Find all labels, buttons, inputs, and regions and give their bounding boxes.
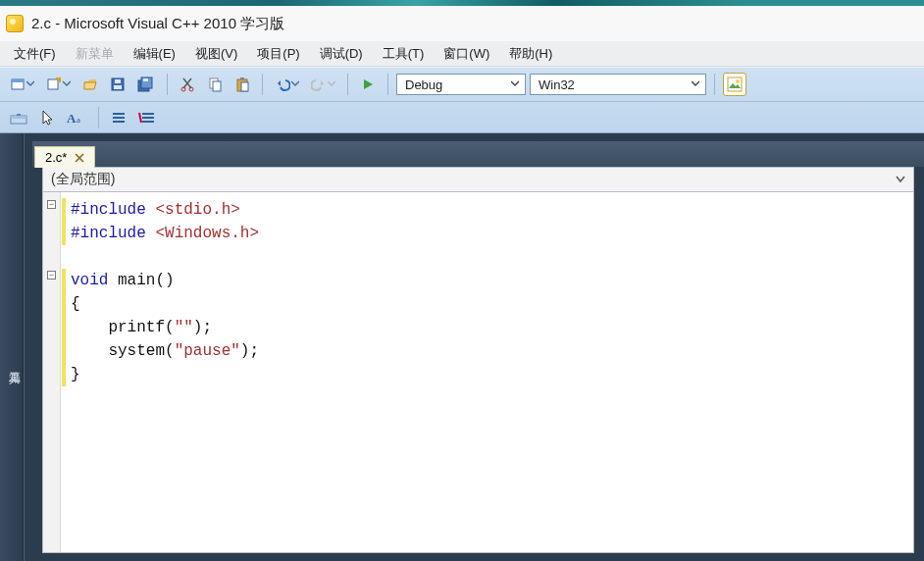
save-icon bbox=[110, 76, 126, 92]
comment-button[interactable] bbox=[107, 106, 130, 129]
copy-button[interactable] bbox=[203, 73, 227, 96]
undo-button[interactable] bbox=[271, 73, 303, 96]
cut-icon bbox=[180, 76, 195, 92]
scope-dropdown[interactable]: (全局范围) bbox=[42, 167, 914, 192]
platform-dropdown[interactable]: Win32 bbox=[530, 74, 706, 95]
code-editor[interactable]: #include <stdio.h> #include <Windows.h> … bbox=[42, 192, 914, 553]
separator bbox=[387, 74, 388, 95]
toolbox-button[interactable] bbox=[6, 106, 31, 129]
titlebar: 2.c - Microsoft Visual C++ 2010 学习版 bbox=[0, 6, 924, 41]
save-all-button[interactable] bbox=[133, 73, 159, 96]
uncomment-icon bbox=[138, 110, 156, 126]
chevron-down-icon bbox=[26, 80, 34, 88]
platform-dropdown-label: Win32 bbox=[539, 77, 575, 92]
toolbar-standard: Debug Win32 bbox=[0, 68, 924, 101]
code-token: { bbox=[71, 295, 80, 313]
svg-rect-6 bbox=[114, 85, 122, 89]
app-icon bbox=[6, 15, 24, 32]
svg-point-3 bbox=[58, 78, 60, 80]
code-token: <stdio.h> bbox=[155, 201, 239, 219]
menu-help[interactable]: 帮助(H) bbox=[499, 43, 562, 65]
workspace: 工具箱 2.c* (全局范围) #include <stdio.h> #incl… bbox=[0, 133, 924, 561]
code-token: #include bbox=[71, 225, 155, 242]
font-size-icon: Aa bbox=[67, 110, 86, 126]
svg-rect-20 bbox=[11, 116, 26, 119]
window-title: 2.c - Microsoft Visual C++ 2010 学习版 bbox=[31, 15, 284, 33]
svg-rect-15 bbox=[240, 77, 244, 80]
menu-view[interactable]: 视图(V) bbox=[185, 43, 247, 65]
open-folder-icon bbox=[82, 76, 98, 92]
code-token: void bbox=[71, 272, 108, 289]
code-token: <Windows.h> bbox=[155, 225, 259, 242]
open-button[interactable] bbox=[78, 73, 102, 96]
config-dropdown[interactable]: Debug bbox=[396, 74, 526, 95]
save-all-icon bbox=[137, 76, 155, 92]
code-token: "pause" bbox=[175, 342, 240, 360]
separator bbox=[347, 74, 348, 95]
photo-icon bbox=[727, 76, 743, 92]
code-token: #include bbox=[71, 201, 155, 219]
code-token: "" bbox=[175, 319, 193, 336]
code-token: main() bbox=[108, 272, 174, 289]
uncomment-button[interactable] bbox=[134, 106, 160, 129]
svg-rect-2 bbox=[48, 79, 58, 89]
svg-rect-16 bbox=[241, 82, 248, 91]
chevron-down-icon bbox=[291, 80, 299, 88]
svg-text:a: a bbox=[77, 115, 80, 125]
svg-rect-17 bbox=[728, 77, 742, 91]
select-button[interactable] bbox=[35, 106, 59, 129]
chevron-down-icon bbox=[511, 80, 519, 88]
config-dropdown-label: Debug bbox=[405, 77, 442, 92]
save-button[interactable] bbox=[106, 73, 129, 96]
cursor-icon bbox=[40, 110, 54, 126]
chevron-down-icon bbox=[328, 80, 335, 88]
svg-rect-1 bbox=[12, 79, 24, 82]
separator bbox=[167, 74, 168, 95]
document-tab[interactable]: 2.c* bbox=[34, 146, 95, 168]
toolbar-area: Debug Win32 Aa bbox=[0, 67, 924, 133]
separator bbox=[98, 107, 99, 128]
svg-rect-5 bbox=[115, 79, 121, 83]
document-tabstrip: 2.c* bbox=[32, 141, 924, 167]
toolbox-icon bbox=[10, 110, 27, 126]
code-token: system( bbox=[71, 342, 175, 360]
svg-rect-13 bbox=[213, 81, 221, 91]
menu-window[interactable]: 窗口(W) bbox=[434, 43, 499, 65]
fold-toggle[interactable] bbox=[47, 200, 56, 209]
left-tool-panel[interactable]: 工具箱 bbox=[0, 133, 24, 561]
code-token: } bbox=[71, 366, 80, 383]
svg-point-18 bbox=[736, 79, 740, 83]
separator bbox=[262, 74, 263, 95]
font-size-button[interactable]: Aa bbox=[63, 106, 90, 129]
undo-icon bbox=[275, 76, 290, 92]
document-area: 2.c* (全局范围) #include <stdio.h> #include … bbox=[24, 133, 924, 561]
code-text[interactable]: #include <stdio.h> #include <Windows.h> … bbox=[67, 192, 913, 552]
svg-text:A: A bbox=[67, 111, 77, 126]
document-tab-label: 2.c* bbox=[45, 150, 67, 165]
add-item-icon bbox=[46, 76, 62, 92]
find-symbol-button[interactable] bbox=[723, 73, 746, 96]
start-debug-button[interactable] bbox=[356, 73, 380, 96]
menu-project[interactable]: 项目(P) bbox=[247, 43, 309, 65]
menu-edit[interactable]: 编辑(E) bbox=[124, 43, 185, 65]
scope-label: (全局范围) bbox=[51, 171, 115, 188]
menu-file[interactable]: 文件(F) bbox=[4, 43, 66, 65]
chevron-down-icon bbox=[896, 175, 905, 184]
add-item-button[interactable] bbox=[42, 73, 75, 96]
chevron-down-icon bbox=[692, 80, 699, 88]
paste-button[interactable] bbox=[231, 73, 254, 96]
separator bbox=[714, 74, 715, 95]
new-project-button[interactable] bbox=[6, 73, 38, 96]
outline-gutter bbox=[43, 192, 61, 552]
paste-icon bbox=[234, 76, 250, 92]
cut-button[interactable] bbox=[176, 73, 199, 96]
toolbar-text-editor: Aa bbox=[0, 101, 924, 132]
fold-toggle[interactable] bbox=[47, 271, 56, 280]
new-project-icon bbox=[10, 76, 26, 92]
menu-tools[interactable]: 工具(T) bbox=[373, 43, 435, 65]
close-icon[interactable] bbox=[75, 153, 84, 163]
code-token: printf( bbox=[71, 319, 175, 336]
menu-debug[interactable]: 调试(D) bbox=[310, 43, 373, 65]
redo-button[interactable] bbox=[307, 73, 339, 96]
change-mark bbox=[62, 269, 66, 386]
